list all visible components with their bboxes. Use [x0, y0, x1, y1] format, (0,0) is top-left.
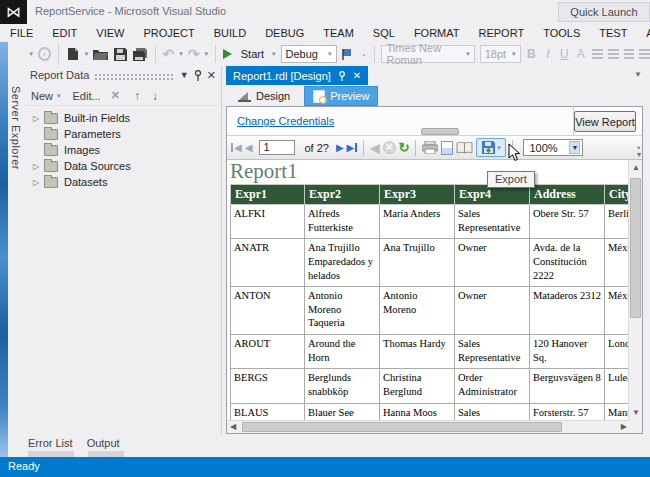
- font-color-button[interactable]: A: [575, 47, 587, 61]
- scroll-left-icon[interactable]: ◀: [230, 421, 236, 433]
- tab-preview[interactable]: Preview: [304, 86, 378, 106]
- zoom-combo[interactable]: 100% ▼: [523, 139, 583, 156]
- next-page-button[interactable]: ▶: [336, 143, 344, 153]
- table-cell: Alfreds Futterkiste: [305, 205, 380, 239]
- bottom-tab-output[interactable]: Output: [87, 437, 120, 449]
- print-layout-button[interactable]: [441, 141, 453, 155]
- export-dropdown-icon[interactable]: ▾: [497, 144, 501, 152]
- toolbar-overflow-icon[interactable]: ⌄: [361, 50, 367, 58]
- tree-item-datasets[interactable]: ▷Datasets: [25, 174, 221, 190]
- layout-icon[interactable]: [592, 49, 604, 59]
- tab-close-icon[interactable]: ✕: [353, 71, 361, 81]
- italic-button[interactable]: I: [542, 47, 554, 61]
- report-data-header[interactable]: Report Data ▼ ✕: [25, 66, 221, 84]
- view-report-button[interactable]: View Report: [574, 111, 636, 132]
- menu-tools[interactable]: TOOLS: [543, 27, 580, 39]
- menu-build[interactable]: BUILD: [214, 27, 246, 39]
- debug-configuration-combo[interactable]: Debug ▾: [281, 45, 337, 63]
- stop-rendering-button[interactable]: ✕: [383, 141, 396, 154]
- panel-close-icon[interactable]: ✕: [207, 71, 216, 80]
- new-file-dropdown-icon[interactable]: ▾: [85, 50, 89, 58]
- undo-dropdown-icon[interactable]: ▾: [179, 50, 183, 58]
- menu-format[interactable]: FORMAT: [414, 27, 460, 39]
- tree-item-images[interactable]: Images: [25, 142, 221, 158]
- bottom-tab-error-list[interactable]: Error List: [28, 437, 73, 449]
- expander-icon[interactable]: ▷: [33, 114, 44, 123]
- horizontal-scroll-thumb[interactable]: [242, 422, 562, 432]
- tab-pin-icon[interactable]: [338, 71, 346, 81]
- align-center-icon[interactable]: [624, 49, 635, 59]
- expander-icon[interactable]: ▷: [33, 178, 44, 187]
- last-page-button[interactable]: ▶: [347, 143, 358, 153]
- server-explorer-tab[interactable]: Server Explorer: [8, 42, 25, 434]
- menu-edit[interactable]: EDIT: [52, 27, 77, 39]
- start-label[interactable]: Start: [241, 48, 264, 60]
- menu-view[interactable]: VIEW: [96, 27, 124, 39]
- expander-icon[interactable]: ▷: [33, 162, 44, 171]
- save-all-icon[interactable]: [133, 46, 148, 62]
- quick-launch-box[interactable]: Quick Launch: [558, 2, 650, 22]
- tree-item-data-sources[interactable]: ▷Data Sources: [25, 158, 221, 174]
- page-number-input[interactable]: 1: [259, 140, 295, 155]
- open-file-icon[interactable]: [93, 46, 108, 62]
- back-to-parent-button[interactable]: ◀: [370, 141, 379, 155]
- horizontal-scrollbar[interactable]: ◀ ▶: [227, 420, 630, 433]
- start-debug-icon[interactable]: [223, 49, 232, 59]
- splitter-grip[interactable]: [421, 128, 459, 135]
- align-right-icon[interactable]: [639, 49, 650, 59]
- table-cell: 120 Hanover Sq.: [530, 335, 605, 369]
- viewer-toolbar-overflow-icon[interactable]: ▪▾: [637, 144, 641, 158]
- panel-menu-icon[interactable]: ▼: [180, 71, 189, 80]
- panel-pin-icon[interactable]: [194, 70, 202, 81]
- new-file-icon[interactable]: [66, 46, 80, 62]
- zoom-dropdown-icon[interactable]: ▼: [569, 141, 580, 154]
- new-dropdown-icon[interactable]: ▾: [57, 92, 61, 100]
- align-left-icon[interactable]: [608, 49, 619, 59]
- tab-strip-overflow-icon[interactable]: ▼: [634, 70, 642, 79]
- scroll-right-icon[interactable]: ▶: [621, 421, 627, 433]
- refresh-button[interactable]: ↻: [399, 140, 410, 155]
- page-setup-button[interactable]: [456, 142, 473, 154]
- new-button[interactable]: New: [31, 90, 53, 102]
- menu-test[interactable]: TEST: [599, 27, 627, 39]
- start-dropdown-icon[interactable]: ▾: [272, 50, 276, 58]
- menu-team[interactable]: TEAM: [323, 27, 354, 39]
- bold-button[interactable]: B: [526, 47, 538, 61]
- document-tab-label: Report1.rdl [Design]: [233, 70, 331, 82]
- scroll-up-icon[interactable]: ▲: [632, 162, 640, 174]
- undo-icon[interactable]: ↶: [162, 47, 174, 61]
- redo-dropdown-icon[interactable]: ▾: [204, 50, 208, 58]
- menu-sql[interactable]: SQL: [373, 27, 395, 39]
- document-tab[interactable]: Report1.rdl [Design] ✕: [226, 66, 368, 85]
- column-header-expr3: Expr3: [380, 185, 455, 205]
- export-button[interactable]: ▾: [476, 138, 506, 157]
- navigate-forward-icon[interactable]: ›: [38, 47, 51, 61]
- save-icon[interactable]: [113, 46, 127, 62]
- find-in-files-icon[interactable]: [342, 46, 356, 62]
- print-button[interactable]: [422, 141, 438, 154]
- underline-button[interactable]: U: [559, 47, 571, 61]
- menu-file[interactable]: FILE: [10, 27, 33, 39]
- vertical-scrollbar[interactable]: ▲ ▼: [628, 160, 642, 421]
- tree-item-built-in-fields[interactable]: ▷Built-in Fields: [25, 110, 221, 126]
- change-credentials-link[interactable]: Change Credentials: [237, 115, 334, 127]
- vertical-scroll-thumb[interactable]: [630, 178, 641, 318]
- tab-design[interactable]: Design: [230, 86, 298, 106]
- font-size-combo[interactable]: 18pt ▾: [480, 45, 521, 63]
- first-page-button[interactable]: ◀: [231, 143, 242, 153]
- menu-report[interactable]: REPORT: [479, 27, 525, 39]
- menu-project[interactable]: PROJECT: [143, 27, 194, 39]
- font-name-combo[interactable]: Times New Roman ▾: [381, 45, 474, 63]
- tree-item-parameters[interactable]: Parameters: [25, 126, 221, 142]
- scroll-down-icon[interactable]: ▼: [632, 407, 640, 419]
- menu-debug[interactable]: DEBUG: [265, 27, 304, 39]
- delete-icon[interactable]: ✕: [111, 89, 120, 102]
- redo-icon[interactable]: ↷: [188, 47, 200, 61]
- edit-button[interactable]: Edit...: [73, 90, 101, 102]
- previous-page-button[interactable]: ◀: [245, 143, 253, 153]
- menu-architecture[interactable]: ARCHITECTURE: [646, 27, 650, 39]
- table-row: BERGSBerglunds snabbköpChristina Berglun…: [231, 369, 631, 403]
- navigate-back-dropdown-icon[interactable]: ▾: [29, 50, 33, 58]
- move-up-icon[interactable]: ↑: [134, 89, 140, 103]
- move-down-icon[interactable]: ↓: [152, 89, 158, 103]
